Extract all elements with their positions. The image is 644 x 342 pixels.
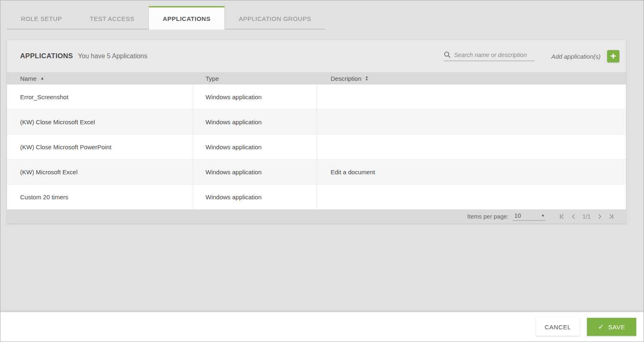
table-footer: Items per page: 10 ▼ 1/1 bbox=[7, 210, 626, 223]
table-row[interactable]: (KW) Close Microsoft PowerPoint Windows … bbox=[7, 135, 626, 160]
cell-name: Custom 20 timers bbox=[7, 185, 193, 209]
search-icon bbox=[444, 51, 451, 58]
cancel-button[interactable]: CANCEL bbox=[536, 318, 580, 336]
tab-applications[interactable]: APPLICATIONS bbox=[148, 6, 225, 30]
previous-page-button[interactable] bbox=[568, 212, 579, 221]
column-header-name[interactable]: Name ▲ bbox=[20, 75, 193, 82]
search-box bbox=[444, 51, 535, 61]
action-bar: CANCEL ✓ SAVE bbox=[0, 312, 644, 342]
sort-both-icon: ▲ ▼ bbox=[365, 75, 368, 81]
next-page-button[interactable] bbox=[594, 212, 605, 221]
plus-icon: + bbox=[610, 50, 616, 62]
first-page-button[interactable] bbox=[556, 212, 568, 221]
table-row[interactable]: (KW) Close Microsoft Excel Windows appli… bbox=[7, 109, 626, 135]
cell-name: Error_Screenshot bbox=[7, 84, 193, 109]
cell-name: (KW) Close Microsoft PowerPoint bbox=[7, 135, 193, 159]
cell-type: Windows application bbox=[193, 160, 317, 184]
panel-subtitle: You have 5 Applications bbox=[78, 52, 147, 60]
cell-description: Edit a document bbox=[317, 169, 626, 176]
cell-type: Windows application bbox=[193, 84, 317, 109]
add-application-button[interactable]: + bbox=[607, 50, 619, 62]
table-header-row: Name ▲ Type Description ▲ ▼ bbox=[7, 72, 626, 84]
cell-type: Windows application bbox=[193, 109, 317, 134]
add-applications-label: Add application(s) bbox=[551, 53, 601, 60]
tab-application-groups[interactable]: APPLICATION GROUPS bbox=[225, 8, 325, 30]
panel-header: APPLICATIONS You have 5 Applications Add… bbox=[7, 40, 626, 72]
column-header-description[interactable]: Description ▲ ▼ bbox=[331, 75, 626, 82]
items-per-page-label: Items per page: bbox=[467, 213, 509, 220]
panel-title: APPLICATIONS bbox=[20, 52, 73, 60]
column-label-type: Type bbox=[206, 75, 219, 82]
items-per-page-value: 10 bbox=[514, 212, 521, 219]
column-label-description: Description bbox=[331, 75, 361, 82]
search-input[interactable] bbox=[454, 52, 535, 58]
chevron-down-icon: ▼ bbox=[541, 214, 545, 218]
cell-type: Windows application bbox=[193, 185, 317, 209]
tab-role-setup[interactable]: ROLE SETUP bbox=[7, 8, 76, 30]
applications-panel: APPLICATIONS You have 5 Applications Add… bbox=[7, 40, 626, 223]
sort-ascending-icon: ▲ bbox=[40, 76, 44, 80]
table-row[interactable]: Custom 20 timers Windows application bbox=[7, 185, 626, 210]
cell-name: (KW) Microsoft Excel bbox=[7, 160, 193, 184]
tab-test-access[interactable]: TEST ACCESS bbox=[76, 8, 148, 30]
items-per-page-select[interactable]: 10 ▼ bbox=[513, 212, 546, 221]
column-label-name: Name bbox=[20, 75, 37, 82]
table-row[interactable]: (KW) Microsoft Excel Windows application… bbox=[7, 160, 626, 185]
cell-type: Windows application bbox=[193, 135, 317, 159]
column-header-type[interactable]: Type bbox=[206, 75, 317, 82]
last-page-button[interactable] bbox=[605, 212, 617, 221]
page-indicator: 1/1 bbox=[582, 213, 591, 220]
check-icon: ✓ bbox=[598, 323, 604, 331]
application-settings-page: ROLE SETUP TEST ACCESS APPLICATIONS APPL… bbox=[0, 0, 644, 342]
tab-bar: ROLE SETUP TEST ACCESS APPLICATIONS APPL… bbox=[0, 0, 644, 30]
table-body: Error_Screenshot Windows application (KW… bbox=[7, 84, 626, 210]
cell-name: (KW) Close Microsoft Excel bbox=[7, 109, 193, 134]
table-row[interactable]: Error_Screenshot Windows application bbox=[7, 84, 626, 109]
save-button-label: SAVE bbox=[608, 324, 625, 331]
save-button[interactable]: ✓ SAVE bbox=[587, 318, 636, 336]
